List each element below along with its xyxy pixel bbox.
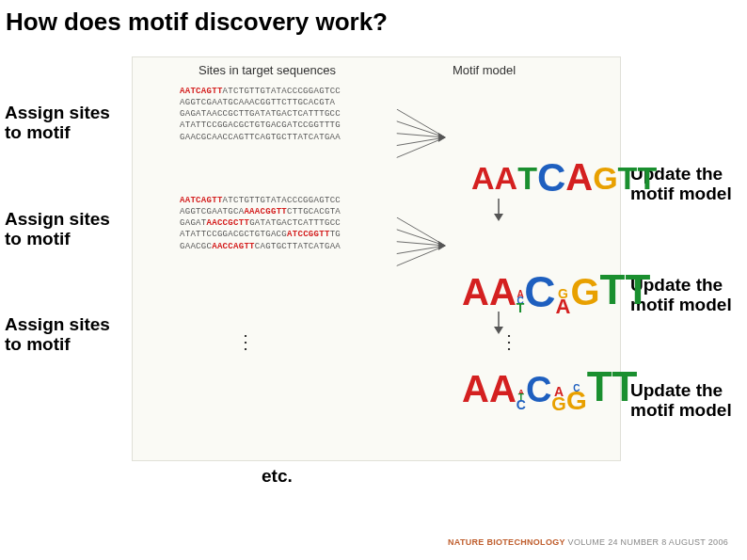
assign-label-3: Assign sites to motif: [5, 315, 127, 355]
svg-marker-5: [438, 134, 445, 142]
sequence-block-1: AATCAGTTATCTGTTGTATACCCGGAGTCC AGGTCGAAT…: [180, 86, 341, 143]
svg-marker-13: [494, 214, 503, 221]
down-arrow-2: [490, 312, 507, 334]
figure-panel: Sites in target sequences Motif model AA…: [132, 56, 621, 461]
down-arrow-1: [490, 199, 507, 221]
svg-marker-15: [494, 327, 503, 334]
update-label-3: Update the motif model: [630, 381, 743, 421]
svg-line-4: [397, 137, 445, 157]
svg-marker-11: [438, 242, 445, 250]
column-header-motif: Motif model: [453, 63, 516, 77]
page-title: How does motif discovery work?: [0, 0, 747, 44]
motif-logo-1: AAT CA GTT: [471, 152, 657, 197]
motif-logo-2: AA TCA C AG GTT: [462, 263, 650, 313]
assign-label-1: Assign sites to motif: [5, 104, 127, 143]
svg-line-3: [397, 137, 445, 146]
vertical-dots-left: ⋮: [236, 330, 257, 353]
etc-label: etc.: [262, 466, 293, 487]
sequence-block-2: AATCAGTTATCTGTTGTATACCCGGAGTCC AGGTCGAAT…: [180, 195, 341, 252]
journal-name: NATURE BIOTECHNOLOGY: [448, 537, 565, 547]
arrow-group-1: [396, 109, 453, 169]
attribution: NATURE BIOTECHNOLOGY VOLUME 24 NUMBER 8 …: [448, 537, 728, 547]
arrow-group-2: [396, 217, 453, 278]
svg-line-10: [397, 246, 445, 265]
svg-line-9: [397, 246, 445, 254]
column-header-target: Sites in target sequences: [199, 63, 336, 77]
motif-logo-3: AA CTA C GA GC TT: [462, 363, 637, 410]
assign-label-2: Assign sites to motif: [5, 210, 127, 249]
